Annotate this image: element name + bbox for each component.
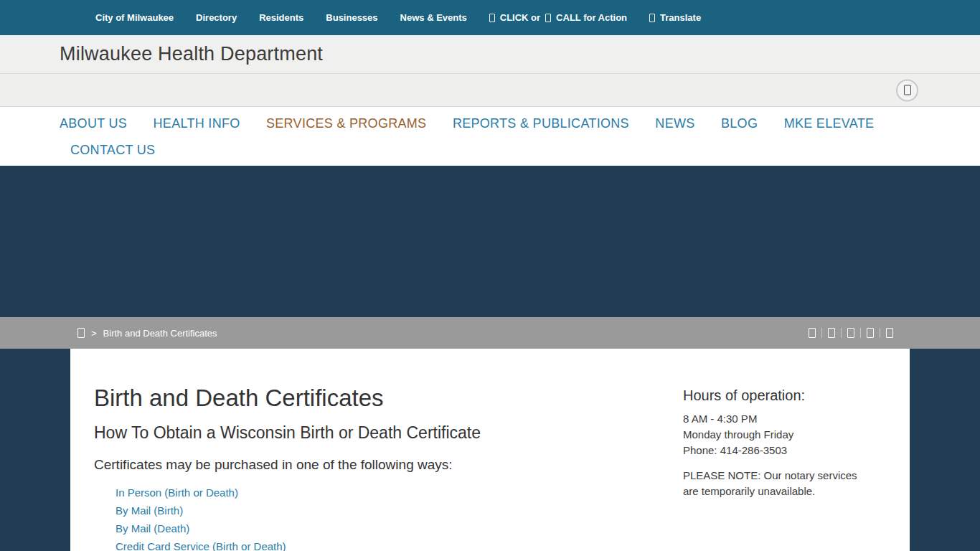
nav-item-mke-elevate[interactable]: MKE ELEVATE: [784, 116, 875, 131]
topbar-link-label: Businesses: [326, 12, 377, 23]
nav-row-primary: ABOUT US HEALTH INFO SERVICES & PROGRAMS…: [60, 116, 980, 131]
breadcrumb: > Birth and Death Certificates: [77, 328, 217, 339]
share-icon-1-glyph: [809, 328, 816, 338]
nav-item-blog[interactable]: BLOG: [721, 116, 758, 131]
topbar-link-label: News & Events: [400, 12, 467, 23]
translate-icon: [649, 14, 655, 22]
topbar-link-label: Residents: [259, 12, 303, 23]
list-item: Credit Card Service (Birth or Death): [116, 537, 683, 551]
link-by-mail-death[interactable]: By Mail (Death): [116, 522, 189, 534]
topbar-link-directory[interactable]: Directory: [196, 12, 237, 23]
share-icon-3[interactable]: [841, 328, 860, 338]
search-icon: [904, 85, 911, 95]
link-by-mail-birth[interactable]: By Mail (Birth): [116, 504, 183, 517]
click-icon: [489, 14, 495, 22]
share-icon-1[interactable]: [803, 328, 821, 338]
click-label: CLICK or: [500, 12, 540, 23]
share-icon-4[interactable]: [860, 328, 880, 338]
breadcrumb-bar: > Birth and Death Certificates: [0, 317, 980, 349]
hours-phone: Phone: 414-286-3503: [683, 443, 874, 458]
hero-banner-area: [0, 166, 980, 317]
topbar-link-news-events[interactable]: News & Events: [400, 12, 467, 23]
notary-note: PLEASE NOTE: Our notary services are tem…: [683, 468, 874, 499]
intro-text: Certificates may be purchased in one of …: [94, 457, 683, 473]
nav-item-contact-us[interactable]: CONTACT US: [70, 143, 155, 157]
topbar-link-businesses[interactable]: Businesses: [326, 12, 377, 23]
share-icon-3-glyph: [847, 328, 854, 338]
share-icon-5[interactable]: [880, 328, 899, 338]
nav-row-secondary: CONTACT US: [60, 143, 980, 158]
search-button[interactable]: [896, 79, 918, 101]
breadcrumb-home-link[interactable]: [77, 328, 85, 338]
topbar-link-residents[interactable]: Residents: [259, 12, 303, 23]
breadcrumb-separator: >: [91, 328, 97, 339]
link-in-person[interactable]: In Person (Birth or Death): [116, 486, 238, 499]
call-icon: [545, 14, 551, 22]
content-wrap: Birth and Death Certificates How To Obta…: [0, 349, 980, 551]
nav-item-reports-publications[interactable]: REPORTS & PUBLICATIONS: [453, 116, 629, 131]
share-icon-5-glyph: [886, 328, 893, 338]
hours-heading: Hours of operation:: [683, 387, 874, 404]
main-navigation: ABOUT US HEALTH INFO SERVICES & PROGRAMS…: [0, 107, 980, 166]
search-band: [0, 74, 980, 107]
nav-item-about-us[interactable]: ABOUT US: [60, 116, 127, 131]
topbar-link-label: Directory: [196, 12, 237, 23]
share-icon-bar: [803, 328, 899, 338]
share-icon-2-glyph: [828, 328, 835, 338]
main-column: Birth and Death Certificates How To Obta…: [94, 385, 683, 551]
call-label: CALL for Action: [556, 12, 627, 23]
home-icon: [77, 328, 85, 338]
list-item: In Person (Birth or Death): [116, 484, 683, 501]
list-item: By Mail (Death): [116, 519, 683, 537]
list-item: By Mail (Birth): [116, 501, 683, 519]
page-subtitle: How To Obtain a Wisconsin Birth or Death…: [94, 423, 683, 443]
nav-item-health-info[interactable]: HEALTH INFO: [154, 116, 240, 131]
topbar-link-translate[interactable]: Translate: [649, 12, 701, 23]
topbar-link-city-of-milwaukee[interactable]: City of Milwaukee: [95, 12, 174, 23]
nav-item-news[interactable]: NEWS: [655, 116, 694, 131]
utility-topbar: City of Milwaukee Directory Residents Bu…: [0, 0, 980, 35]
link-credit-card-service[interactable]: Credit Card Service (Birth or Death): [116, 540, 286, 551]
topbar-link-click-or-call-for-action[interactable]: CLICK or CALL for Action: [489, 12, 627, 23]
masthead: Milwaukee Health Department: [0, 35, 980, 74]
hours-sidebar: Hours of operation: 8 AM - 4:30 PM Monda…: [683, 385, 874, 551]
content-card: Birth and Death Certificates How To Obta…: [70, 349, 910, 551]
page-title: Birth and Death Certificates: [94, 385, 683, 412]
breadcrumb-current-page: Birth and Death Certificates: [103, 328, 217, 339]
site-title: Milwaukee Health Department: [60, 43, 323, 65]
hours-time: 8 AM - 4:30 PM: [683, 411, 874, 427]
topbar-link-label: City of Milwaukee: [95, 12, 174, 23]
share-icon-4-glyph: [867, 328, 874, 338]
nav-item-services-programs[interactable]: SERVICES & PROGRAMS: [266, 116, 426, 131]
hours-days: Monday through Friday: [683, 427, 874, 443]
purchase-options-list: In Person (Birth or Death) By Mail (Birt…: [94, 484, 683, 551]
translate-label: Translate: [660, 12, 701, 23]
share-icon-2[interactable]: [821, 328, 841, 338]
